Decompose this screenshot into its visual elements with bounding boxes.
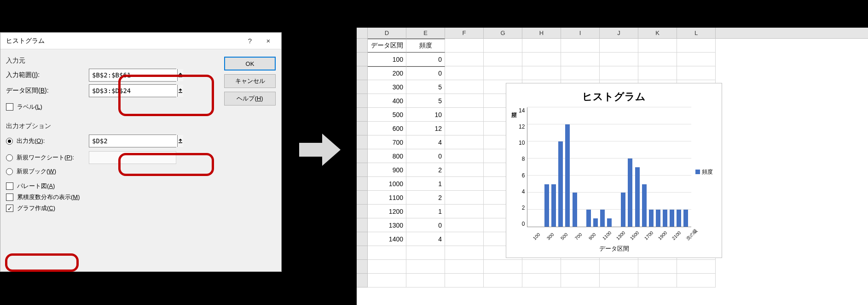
cell[interactable] (522, 39, 561, 53)
column-header[interactable]: I (561, 28, 600, 38)
cell[interactable] (638, 39, 677, 53)
cell[interactable] (561, 53, 600, 66)
input-range-field[interactable] (89, 69, 177, 81)
cell[interactable]: 700 (368, 135, 406, 149)
cell[interactable] (561, 274, 600, 287)
column-header[interactable]: G (484, 28, 522, 38)
cell[interactable] (445, 260, 484, 274)
cell[interactable] (406, 274, 445, 287)
cell[interactable] (561, 66, 600, 80)
cell[interactable] (600, 274, 638, 287)
cell[interactable] (445, 94, 484, 108)
cell[interactable] (522, 260, 561, 274)
cell[interactable]: 頻度 (406, 39, 445, 53)
cell[interactable]: 1100 (368, 191, 406, 205)
cell[interactable]: 0 (406, 149, 445, 163)
cell[interactable] (406, 260, 445, 274)
cell[interactable] (445, 163, 484, 177)
column-header[interactable]: H (522, 28, 561, 38)
column-header[interactable]: D (368, 28, 406, 38)
cell[interactable] (677, 66, 716, 80)
cell[interactable] (484, 53, 522, 66)
cell[interactable] (677, 274, 716, 287)
cell[interactable]: 500 (368, 108, 406, 122)
cell[interactable]: 12 (406, 122, 445, 135)
help-icon[interactable]: ? (241, 34, 259, 48)
cell[interactable] (600, 53, 638, 66)
cell[interactable]: 1300 (368, 218, 406, 232)
cell[interactable]: 0 (406, 218, 445, 232)
cell[interactable] (445, 191, 484, 205)
cell[interactable]: 0 (406, 66, 445, 80)
column-header[interactable]: L (677, 28, 716, 38)
cell[interactable] (561, 39, 600, 53)
cell[interactable]: 300 (368, 80, 406, 94)
chart-output-checkbox[interactable]: グラフ作成(C) (6, 204, 217, 212)
cell[interactable] (445, 149, 484, 163)
cell[interactable]: 800 (368, 149, 406, 163)
cell[interactable]: 1 (406, 177, 445, 191)
histogram-chart[interactable]: ヒストグラム 頻度 14121086420 100300500700900110… (506, 83, 722, 258)
column-header[interactable]: F (445, 28, 484, 38)
cell[interactable] (445, 135, 484, 149)
new-workbook-radio[interactable]: 新規ブック(W) (6, 167, 217, 176)
cell[interactable]: 2 (406, 163, 445, 177)
cell[interactable] (522, 66, 561, 80)
cell[interactable] (561, 260, 600, 274)
cumulative-checkbox[interactable]: 累積度数分布の表示(M) (6, 193, 217, 201)
cell[interactable] (600, 260, 638, 274)
cell[interactable] (484, 260, 522, 274)
collapse-icon[interactable] (177, 69, 183, 81)
cell[interactable] (638, 274, 677, 287)
cell[interactable]: 0 (406, 53, 445, 66)
column-header[interactable]: E (406, 28, 445, 38)
collapse-icon[interactable] (177, 85, 183, 97)
output-ref-radio[interactable]: 出力先(O): (6, 137, 89, 145)
cell[interactable]: 400 (368, 94, 406, 108)
cell[interactable] (368, 260, 406, 274)
collapse-icon[interactable] (177, 135, 183, 147)
ok-button[interactable]: OK (224, 57, 276, 70)
cell[interactable]: 1000 (368, 177, 406, 191)
cell[interactable]: 5 (406, 80, 445, 94)
cell[interactable] (638, 260, 677, 274)
cell[interactable]: 4 (406, 135, 445, 149)
column-header[interactable]: K (638, 28, 677, 38)
cell[interactable] (445, 177, 484, 191)
cell[interactable]: 600 (368, 122, 406, 135)
cell[interactable] (368, 246, 406, 260)
output-ref-field[interactable] (89, 135, 177, 147)
cell[interactable] (677, 260, 716, 274)
close-icon[interactable]: × (259, 34, 278, 48)
cell[interactable]: 200 (368, 66, 406, 80)
cell[interactable]: データ区間 (368, 39, 406, 53)
cell[interactable] (368, 274, 406, 287)
cell[interactable] (445, 218, 484, 232)
cell[interactable] (677, 53, 716, 66)
cell[interactable] (445, 122, 484, 135)
cell[interactable] (406, 246, 445, 260)
cell[interactable]: 1400 (368, 232, 406, 246)
cell[interactable]: 900 (368, 163, 406, 177)
cell[interactable] (445, 80, 484, 94)
cell[interactable]: 1200 (368, 205, 406, 218)
cell[interactable] (445, 274, 484, 287)
cell[interactable] (638, 53, 677, 66)
cell[interactable] (484, 39, 522, 53)
cell[interactable] (445, 246, 484, 260)
cell[interactable] (445, 66, 484, 80)
help-button[interactable]: ヘルプ(H) (224, 92, 276, 106)
cell[interactable]: 2 (406, 191, 445, 205)
cell[interactable] (522, 274, 561, 287)
cell[interactable]: 1 (406, 205, 445, 218)
cell[interactable] (445, 108, 484, 122)
cell[interactable]: 10 (406, 108, 445, 122)
labels-checkbox[interactable]: ラベル(L) (6, 103, 217, 111)
cell[interactable] (484, 274, 522, 287)
cell[interactable] (638, 66, 677, 80)
cell[interactable] (445, 232, 484, 246)
cell[interactable] (484, 66, 522, 80)
cell[interactable] (600, 66, 638, 80)
cell[interactable] (677, 39, 716, 53)
bin-range-field[interactable] (89, 85, 177, 97)
